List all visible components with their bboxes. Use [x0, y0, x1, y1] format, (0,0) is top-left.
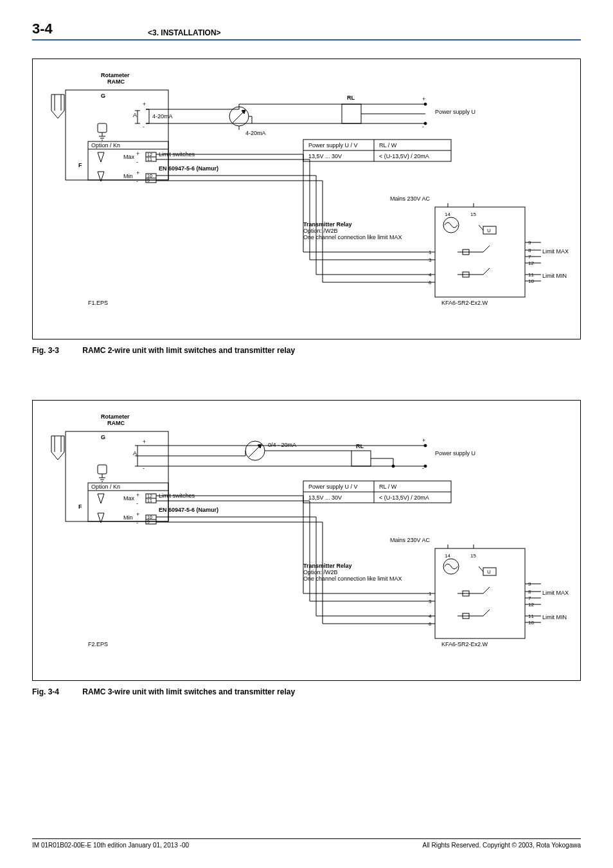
page-header: 3-4 <3. INSTALLATION> — [32, 21, 581, 41]
svg-line-105 — [483, 246, 490, 252]
svg-text:11: 11 — [147, 498, 152, 503]
svg-text:+: + — [136, 511, 139, 518]
svg-text:Rotameter: Rotameter — [101, 72, 130, 78]
svg-marker-176 — [98, 494, 104, 503]
svg-text:G: G — [101, 434, 105, 440]
svg-text:3: 3 — [429, 599, 432, 604]
figure-3-4-caption: Fig. 3-4 RAMC 3-wire unit with limit swi… — [32, 687, 581, 696]
page-number: 3-4 — [32, 21, 116, 37]
svg-text:6: 6 — [429, 621, 432, 627]
svg-text:14: 14 — [445, 212, 450, 217]
svg-text:One channel connection like li: One channel connection like limit MAX — [303, 234, 402, 240]
svg-text:9: 9 — [147, 520, 150, 524]
svg-text:-: - — [422, 465, 424, 471]
svg-text:15: 15 — [470, 212, 476, 217]
footer-left: IM 01R01B02-00E-E 10th edition January 0… — [32, 842, 189, 849]
svg-text:EN 60947-5-6 (Namur): EN 60947-5-6 (Namur) — [159, 507, 218, 513]
svg-text:One channel connection like li: One channel connection like limit MAX — [303, 575, 402, 582]
svg-point-41 — [424, 103, 427, 105]
svg-text:Limit MIN: Limit MIN — [542, 614, 567, 620]
svg-text:4-20mA: 4-20mA — [245, 130, 266, 136]
svg-text:EN 60947-5-6 (Namur): EN 60947-5-6 (Namur) — [159, 165, 218, 172]
svg-text:4: 4 — [429, 613, 432, 619]
svg-marker-55 — [98, 152, 104, 162]
svg-text:Limit MIN: Limit MIN — [542, 273, 567, 279]
svg-text:Option / Kn: Option / Kn — [91, 484, 120, 490]
svg-text:-: - — [422, 123, 424, 130]
svg-text:U: U — [487, 228, 491, 233]
svg-line-108 — [483, 268, 490, 275]
svg-text:KFA6-SR2-Ex2.W: KFA6-SR2-Ex2.W — [441, 300, 488, 306]
svg-text:10: 10 — [147, 515, 152, 520]
figure-3-3-caption: Fig. 3-3 RAMC 2-wire unit with limit swi… — [32, 346, 581, 355]
figure-3-3: Rotameter RAMC G F + A - 4-20mA — [32, 59, 581, 339]
svg-text:6: 6 — [429, 280, 432, 285]
svg-point-162 — [424, 444, 427, 447]
svg-text:Option / Kn: Option / Kn — [91, 142, 120, 149]
svg-text:10: 10 — [147, 174, 152, 178]
svg-text:12: 12 — [147, 152, 152, 157]
svg-text:Min: Min — [123, 514, 133, 521]
svg-text:15: 15 — [470, 553, 476, 559]
svg-text:Power supply U / V: Power supply U / V — [308, 484, 358, 490]
svg-text:4-20mA: 4-20mA — [152, 113, 173, 120]
svg-text:Power supply U: Power supply U — [435, 109, 475, 115]
svg-text:13,5V ... 30V: 13,5V ... 30V — [308, 153, 342, 159]
svg-text:RAMC: RAMC — [107, 78, 125, 85]
svg-text:4: 4 — [429, 272, 432, 278]
figure-3-3-text: RAMC 2-wire unit with limit switches and… — [82, 346, 295, 355]
svg-text:Max: Max — [123, 154, 135, 160]
svg-text:< (U-13,5V) / 20mA: < (U-13,5V) / 20mA — [379, 494, 429, 501]
svg-text:F2.EPS: F2.EPS — [88, 641, 108, 647]
svg-text:+: + — [136, 492, 139, 498]
svg-text:+: + — [422, 96, 425, 102]
svg-text:+: + — [422, 437, 425, 444]
svg-text:RL / W: RL / W — [379, 484, 397, 490]
svg-text:RL: RL — [356, 443, 364, 449]
svg-text:+: + — [136, 170, 139, 176]
svg-line-229 — [483, 610, 490, 616]
svg-text:3: 3 — [429, 257, 432, 263]
svg-text:RAMC: RAMC — [107, 420, 125, 426]
svg-rect-154 — [351, 451, 371, 466]
svg-text:Rotameter: Rotameter — [101, 413, 130, 420]
svg-text:F: F — [78, 503, 82, 510]
svg-text:Transmitter Relay: Transmitter Relay — [303, 221, 352, 228]
svg-text:Option: /W2B: Option: /W2B — [303, 228, 338, 234]
page: 3-4 <3. INSTALLATION> Rotameter RAMC G F… — [0, 0, 613, 868]
svg-text:0/4 - 20mA: 0/4 - 20mA — [268, 442, 296, 448]
svg-text:+: + — [136, 150, 139, 157]
figure-3-3-number: Fig. 3-3 — [32, 346, 80, 355]
svg-line-226 — [483, 587, 490, 593]
svg-point-159 — [392, 465, 395, 467]
svg-text:-: - — [136, 520, 138, 526]
svg-text:< (U-13,5V) / 20mA: < (U-13,5V) / 20mA — [379, 153, 429, 159]
figure-3-4-number: Fig. 3-4 — [32, 687, 80, 696]
svg-text:-: - — [136, 178, 138, 185]
figure-3-4-svg: Rotameter RAMC G F + A - 0/4 — [33, 401, 580, 680]
svg-rect-140 — [98, 465, 107, 474]
page-footer: IM 01R01B02-00E-E 10th edition January 0… — [32, 838, 581, 849]
section-title: <3. INSTALLATION> — [148, 28, 221, 37]
svg-text:Limit MAX: Limit MAX — [542, 590, 569, 596]
svg-text:Option: /W2B: Option: /W2B — [303, 569, 338, 575]
figure-3-3-svg: Rotameter RAMC G F + A - 4-20mA — [33, 59, 580, 339]
svg-text:13,5V ... 30V: 13,5V ... 30V — [308, 494, 342, 501]
svg-point-163 — [424, 465, 427, 467]
svg-text:11: 11 — [147, 157, 152, 161]
svg-text:Min: Min — [123, 173, 133, 179]
svg-text:-: - — [143, 123, 145, 130]
svg-text:Mains 230V AC: Mains 230V AC — [390, 195, 431, 202]
svg-text:12: 12 — [147, 494, 152, 498]
svg-text:Transmitter Relay: Transmitter Relay — [303, 563, 352, 569]
svg-text:KFA6-SR2-Ex2.W: KFA6-SR2-Ex2.W — [441, 641, 488, 647]
svg-text:Power supply U / V: Power supply U / V — [308, 142, 358, 149]
svg-rect-17 — [98, 123, 107, 132]
svg-text:+: + — [143, 439, 146, 445]
svg-point-42 — [424, 122, 427, 125]
svg-text:-: - — [136, 159, 138, 165]
svg-text:Power supply U: Power supply U — [435, 450, 475, 457]
svg-text:14: 14 — [445, 553, 450, 559]
svg-text:RL: RL — [347, 95, 355, 101]
svg-text:G: G — [101, 93, 105, 99]
